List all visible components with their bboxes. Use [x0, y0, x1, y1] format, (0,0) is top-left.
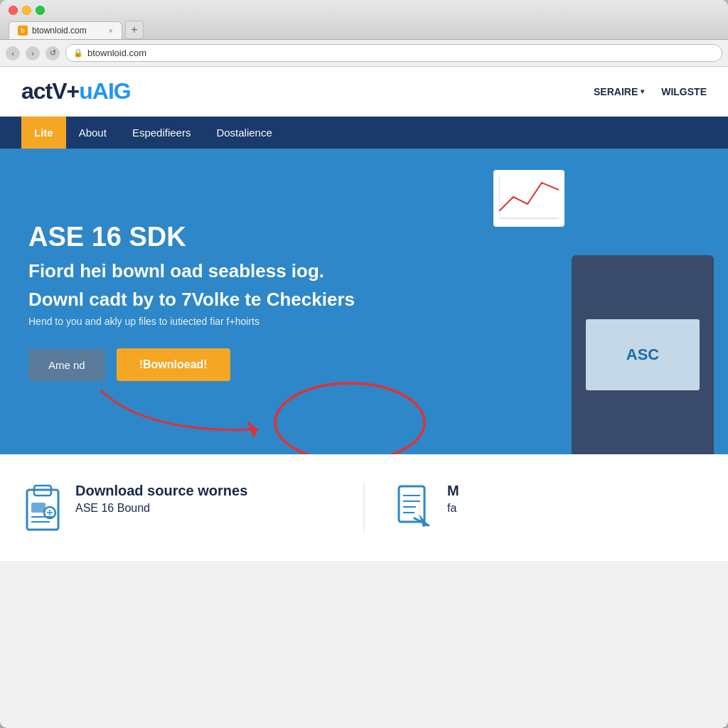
feature-subtitle-1: ASE 16 Bound — [75, 502, 247, 515]
forward-button[interactable]: › — [26, 46, 40, 60]
header-nav-seraire[interactable]: SERAIRE ▾ — [594, 86, 644, 97]
reload-button[interactable]: ↺ — [46, 46, 60, 60]
hero-section: ASE 16 SDK Fiord hei bownl oad seabless … — [0, 149, 728, 454]
feature-item-2: M fa — [393, 483, 707, 532]
browser-tab[interactable]: b btownloid.com × — [9, 21, 122, 39]
feature-item-1: Download source wornes ASE 16 Bound — [21, 483, 335, 532]
back-button[interactable]: ‹ — [6, 46, 20, 60]
header-nav: SERAIRE ▾ WILGSTE — [594, 86, 707, 97]
chevron-down-icon: ▾ — [641, 87, 644, 95]
svg-point-1 — [275, 383, 424, 454]
site-header: actV+uAIG SERAIRE ▾ WILGSTE — [0, 67, 728, 117]
document-icon — [393, 483, 436, 532]
header-nav-wilgste[interactable]: WILGSTE — [661, 86, 707, 97]
close-button[interactable] — [9, 6, 18, 15]
section-divider — [363, 483, 365, 532]
download-button[interactable]: !Bownloead! — [117, 348, 230, 381]
secondary-button[interactable]: Ame nd — [28, 349, 105, 381]
address-text: btownloid.com — [87, 48, 146, 58]
hero-subtitle1: Fiord hei bownl oad seabless iog. — [28, 259, 700, 284]
browser-window: b btownloid.com × + ‹ › ↺ 🔒 btownloid.co… — [0, 0, 728, 728]
clipboard-icon — [21, 483, 64, 532]
nav-item-dostalience[interactable]: Dostalience — [203, 117, 284, 149]
feature-title-1: Download source wornes — [75, 483, 247, 499]
nav-item-lite[interactable]: Lite — [21, 117, 66, 149]
feature-text-1: Download source wornes ASE 16 Bound — [75, 483, 247, 515]
hero-content: ASE 16 SDK Fiord hei bownl oad seabless … — [28, 222, 700, 382]
browser-controls — [9, 6, 719, 15]
chart-decoration — [493, 170, 564, 227]
svg-marker-0 — [247, 420, 257, 439]
tab-title: btownloid.com — [32, 26, 87, 36]
logo-text2: uAIG — [79, 78, 130, 104]
nav-item-about[interactable]: About — [66, 117, 119, 149]
hero-title: ASE 16 SDK — [28, 222, 700, 252]
nav-item-espedifieers[interactable]: Espedifieers — [119, 117, 204, 149]
site-logo: actV+uAIG — [21, 78, 131, 105]
favicon-icon: b — [18, 26, 28, 36]
feature-title-2: M — [447, 483, 459, 499]
lock-icon: 🔒 — [73, 48, 83, 58]
logo-text1: actV+ — [21, 78, 79, 104]
hero-description: Hend to you and akly up files to iutiect… — [28, 316, 384, 327]
tab-close-icon[interactable]: × — [109, 26, 113, 35]
nav-bar: Lite About Espedifieers Dostalience — [0, 117, 728, 149]
header-nav-wilgste-label: WILGSTE — [661, 86, 707, 97]
address-bar-row: ‹ › ↺ 🔒 btownloid.com — [0, 40, 728, 67]
browser-chrome: b btownloid.com × + — [0, 0, 728, 40]
feature-text-2: M fa — [447, 483, 459, 515]
lower-section: Download source wornes ASE 16 Bound — [0, 454, 728, 561]
address-bar[interactable]: 🔒 btownloid.com — [65, 44, 722, 62]
page-content: actV+uAIG SERAIRE ▾ WILGSTE Lite About — [0, 67, 728, 561]
tab-bar: b btownloid.com × + — [9, 21, 719, 39]
feature-subtitle-2: fa — [447, 502, 459, 515]
hero-buttons: Ame nd !Bownloead! — [28, 348, 700, 381]
new-tab-button[interactable]: + — [125, 21, 144, 39]
header-nav-seraire-label: SERAIRE — [594, 86, 638, 97]
maximize-button[interactable] — [36, 6, 45, 15]
hero-subtitle2: Downl cadt by to 7Volke te Checkiers — [28, 288, 700, 312]
minimize-button[interactable] — [22, 6, 31, 15]
